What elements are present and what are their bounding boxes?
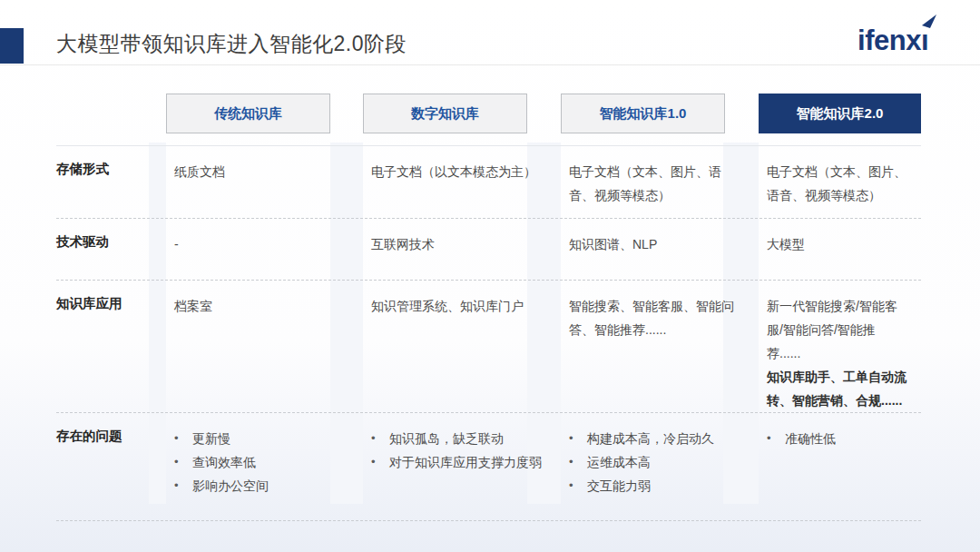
bullet-text: 交互能力弱: [587, 474, 651, 498]
header-spacer: [56, 94, 166, 133]
cell-text: 知识图谱、NLP: [569, 232, 746, 256]
table-cell: -: [166, 219, 363, 280]
column-header-3: 智能知识库1.0: [561, 94, 725, 133]
table-cell: •更新慢•查询效率低•影响办公空间: [166, 413, 363, 520]
cell-text: 档案室: [174, 294, 350, 318]
ifenxi-logo: ifenxı: [858, 25, 928, 57]
cell-text: 电子文档（文本、图片、语音、视频等模态）: [569, 160, 746, 207]
table-cell: 新一代智能搜索/智能客服/智能问答/智能推荐......知识库助手、工单自动流转…: [759, 281, 921, 412]
table-cell: 知识管理系统、知识库门户: [363, 281, 561, 412]
bullet-list: •准确性低: [767, 427, 908, 450]
bullet-text: 准确性低: [785, 427, 836, 450]
bullet-text: 对于知识库应用支撑力度弱: [389, 450, 542, 474]
cell-text: 大模型: [767, 232, 908, 256]
bullet-text: 更新慢: [192, 427, 230, 450]
cell-text: 智能搜索、智能客服、智能问答、智能推荐......: [569, 294, 746, 341]
table-cell: 电子文档（文本、图片、语音、视频等模态）: [759, 146, 921, 218]
table-cell: 电子文档（以文本模态为主）: [363, 146, 561, 218]
table-cell: 档案室: [166, 281, 363, 412]
table-row: 知识库应用档案室知识管理系统、知识库门户智能搜索、智能客服、智能问答、智能推荐.…: [56, 280, 921, 412]
bullet-dot-icon: •: [174, 450, 192, 474]
cell-text: -: [174, 232, 350, 256]
bullet-item: •查询效率低: [174, 450, 350, 474]
header-cell: 智能知识库2.0: [759, 94, 921, 133]
table-cell: •准确性低: [759, 413, 921, 520]
slide: 大模型带领知识库进入智能化2.0阶段 ifenxı 传统知识库数字知识库智能知识…: [0, 0, 980, 552]
bullet-dot-icon: •: [767, 427, 785, 450]
bullet-item: •更新慢: [174, 427, 350, 450]
table-cell: 纸质文档: [166, 146, 363, 218]
row-label: 知识库应用: [56, 281, 166, 412]
bullet-text: 构建成本高，冷启动久: [587, 427, 714, 450]
cell-text: 纸质文档: [174, 160, 350, 183]
table-row: 技术驱动-互联网技术知识图谱、NLP大模型: [56, 218, 921, 280]
page-title: 大模型带领知识库进入智能化2.0阶段: [56, 30, 407, 58]
table-cell: 大模型: [759, 219, 921, 280]
table-cell: 智能搜索、智能客服、智能问答、智能推荐......: [561, 281, 759, 412]
bullet-dot-icon: •: [174, 474, 192, 498]
header-cell: 传统知识库: [166, 94, 363, 133]
bullet-item: •影响办公空间: [174, 474, 350, 498]
bullet-item: •知识孤岛，缺乏联动: [371, 427, 548, 450]
column-header-2: 数字知识库: [363, 94, 527, 133]
cell-text: 电子文档（文本、图片、语音、视频等模态）: [767, 160, 908, 207]
cell-text: 知识管理系统、知识库门户: [371, 294, 548, 318]
table-cell: 电子文档（文本、图片、语音、视频等模态）: [561, 146, 759, 218]
row-label: 技术驱动: [56, 219, 166, 280]
bullet-list: •知识孤岛，缺乏联动•对于知识库应用支撑力度弱: [371, 427, 548, 474]
header-cell: 数字知识库: [363, 94, 561, 133]
bullet-item: •准确性低: [767, 427, 908, 450]
table-header-row: 传统知识库数字知识库智能知识库1.0智能知识库2.0: [56, 94, 921, 133]
bullet-text: 影响办公空间: [192, 474, 269, 498]
bullet-list: •构建成本高，冷启动久•运维成本高•交互能力弱: [569, 427, 746, 498]
header-cell: 智能知识库1.0: [561, 94, 759, 133]
bullet-dot-icon: •: [569, 474, 587, 498]
table-cell: 互联网技术: [363, 219, 561, 280]
table-row: 存在的问题•更新慢•查询效率低•影响办公空间•知识孤岛，缺乏联动•对于知识库应用…: [56, 412, 921, 521]
table-cell: 知识图谱、NLP: [561, 219, 759, 280]
bullet-item: •交互能力弱: [569, 474, 746, 498]
bullet-item: •运维成本高: [569, 450, 746, 474]
logo-text: ifenx: [858, 25, 921, 57]
bullet-text: 查询效率低: [192, 450, 256, 474]
row-label: 存在的问题: [56, 413, 166, 520]
column-header-4: 智能知识库2.0: [759, 94, 921, 133]
cell-text: 电子文档（以文本模态为主）: [371, 160, 548, 183]
table-row: 存储形式纸质文档电子文档（以文本模态为主）电子文档（文本、图片、语音、视频等模态…: [56, 145, 921, 218]
cell-text: 互联网技术: [371, 232, 548, 256]
title-accent-square: [0, 28, 24, 64]
cell-text: 新一代智能搜索/智能客服/智能问答/智能推荐......: [767, 294, 908, 365]
row-label: 存储形式: [56, 146, 166, 218]
bullet-dot-icon: •: [569, 427, 587, 450]
logo-last-letter: ı: [921, 25, 928, 57]
logo-arrow-icon: [922, 15, 937, 29]
bullet-dot-icon: •: [174, 427, 192, 450]
bullet-item: •对于知识库应用支撑力度弱: [371, 450, 548, 474]
bullet-list: •更新慢•查询效率低•影响办公空间: [174, 427, 350, 498]
cell-text-bold: 知识库助手、工单自动流转、智能营销、合规......: [767, 365, 908, 412]
bullet-dot-icon: •: [569, 450, 587, 474]
bullet-dot-icon: •: [371, 427, 389, 450]
bullet-text: 知识孤岛，缺乏联动: [389, 427, 504, 450]
title-divider: [0, 64, 980, 65]
bullet-dot-icon: •: [371, 450, 389, 474]
column-header-1: 传统知识库: [166, 94, 330, 133]
table-cell: •知识孤岛，缺乏联动•对于知识库应用支撑力度弱: [363, 413, 561, 520]
bullet-item: •构建成本高，冷启动久: [569, 427, 746, 450]
comparison-table: 传统知识库数字知识库智能知识库1.0智能知识库2.0存储形式纸质文档电子文档（以…: [56, 94, 921, 521]
table-cell: •构建成本高，冷启动久•运维成本高•交互能力弱: [561, 413, 759, 520]
bullet-text: 运维成本高: [587, 450, 651, 474]
